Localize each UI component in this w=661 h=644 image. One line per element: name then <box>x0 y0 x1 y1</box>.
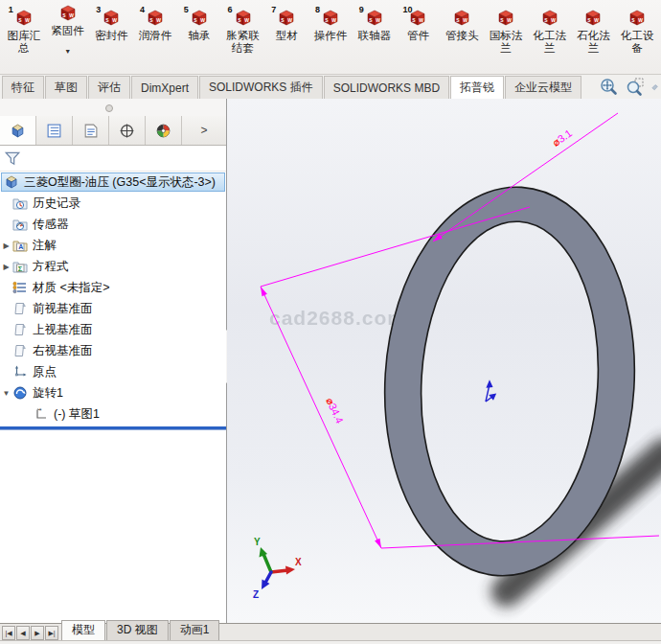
ribbon-tab[interactable]: 拓普锐 <box>450 76 504 99</box>
tab-configurationmanager[interactable] <box>73 116 109 145</box>
toolbar-item-label: 联轴器 <box>357 30 391 42</box>
tree-item[interactable]: 传感器 <box>0 214 226 235</box>
toolbar-item[interactable]: 4 SW 润滑件 <box>133 3 177 42</box>
tab-featuremanager[interactable] <box>0 116 36 145</box>
toolbar-item[interactable]: 6 SW 胀紧联结套 <box>221 3 265 55</box>
keytip-number: 4 <box>140 5 145 14</box>
svg-text:*: * <box>39 406 42 415</box>
toolbar-item[interactable]: SW 紧固件 ▼ <box>46 3 90 55</box>
nav-button[interactable]: |◀ <box>2 626 15 640</box>
tree-item[interactable]: 原点 <box>0 361 226 382</box>
tree-item[interactable]: ▶ A 注解 <box>0 235 226 256</box>
nav-button[interactable]: ▶| <box>45 626 58 640</box>
bottom-tab[interactable]: 3D 视图 <box>106 620 169 640</box>
toolbar-item[interactable]: 1 SW 图库汇总 <box>2 3 46 55</box>
toolbar-item-label: 密封件 <box>95 30 128 42</box>
tree-item[interactable]: ▼ 旋转1 <box>0 382 226 403</box>
tree-root-item[interactable]: 三菱O型圈-油压 (G35<显示状态-3>) <box>1 172 225 192</box>
view-settings-icon[interactable] <box>651 78 659 97</box>
svg-text:W: W <box>287 17 292 23</box>
tree-item[interactable]: 右视基准面 <box>0 340 226 361</box>
toolbar-item[interactable]: 7 SW 型材 <box>264 3 308 42</box>
keytip-number: 6 <box>228 5 233 14</box>
sensors-icon <box>12 217 29 232</box>
swcube-icon: 3 SW <box>103 10 120 27</box>
ribbon-tab[interactable]: DimXpert <box>131 76 198 99</box>
bottom-tab[interactable]: 模型 <box>61 620 105 640</box>
toolbar-item[interactable]: SW 化工法兰 <box>528 3 572 55</box>
color-wheel-icon <box>155 123 171 139</box>
sketch-icon: * <box>34 406 50 422</box>
swcube-icon: SW <box>59 5 77 22</box>
panel-collapse-handle[interactable] <box>105 104 113 112</box>
toolbar-item[interactable]: 3 SW 密封件 <box>89 3 133 42</box>
tree-item[interactable]: 材质 <未指定> <box>0 277 226 298</box>
tree-item[interactable]: * (-) 草图1 <box>0 403 226 425</box>
ribbon-tab-label: 评估 <box>98 80 121 96</box>
tab-displaymanager[interactable] <box>146 116 182 145</box>
part-icon <box>4 174 20 190</box>
tab-propertymanager[interactable] <box>36 116 73 145</box>
svg-text:W: W <box>463 17 467 23</box>
toolbar-item[interactable]: SW 石化法兰 <box>572 3 616 55</box>
tree-item[interactable]: 历史记录 <box>0 193 226 214</box>
equations-icon: Σ <box>12 259 29 274</box>
plane-icon <box>12 343 29 358</box>
dimension-small[interactable]: ⌀3.1 <box>550 127 574 149</box>
swcube-icon: SW <box>541 10 558 27</box>
svg-text:W: W <box>551 17 556 23</box>
toolbar-item[interactable]: 10 SW 管件 <box>397 3 441 42</box>
tree-item[interactable]: 前视基准面 <box>0 298 226 319</box>
rollback-bar[interactable] <box>0 426 226 429</box>
swcube-icon: 5 SW <box>191 10 208 27</box>
annotations-icon: A <box>12 238 29 253</box>
nav-button-glyph: ▶ <box>34 630 39 636</box>
swcube-icon: 8 SW <box>322 10 339 27</box>
toolbar-item-label: 管件 <box>407 30 429 42</box>
expand-arrow-icon[interactable]: ▶ <box>0 242 12 250</box>
bottom-tab[interactable]: 动画1 <box>170 620 220 640</box>
ribbon-tab[interactable]: SOLIDWORKS MBD <box>324 76 449 99</box>
dropdown-caret-icon[interactable]: ▼ <box>64 48 71 55</box>
ribbon-tab[interactable]: 企业云模型 <box>505 76 581 99</box>
zoom-fit-icon[interactable] <box>600 78 619 97</box>
dim-arrow <box>261 287 267 296</box>
tree-item[interactable]: 上视基准面 <box>0 319 226 340</box>
tab-dimxpertmanager[interactable] <box>109 116 146 145</box>
toolbar-item-label: 胀紧联结套 <box>226 30 260 55</box>
ribbon-tab-label: 草图 <box>55 80 78 96</box>
expand-arrow-icon[interactable]: ▼ <box>0 389 12 398</box>
toolbar-item[interactable]: 8 SW 操作件 <box>308 3 353 42</box>
triad-y-label: Y <box>254 537 261 547</box>
nav-button-glyph: ▶| <box>48 630 55 636</box>
keytip-number: 3 <box>96 5 101 14</box>
toolbar-item-label: 化工设备 <box>621 30 654 55</box>
zoom-area-icon[interactable] <box>626 78 645 97</box>
graphics-viewport[interactable]: cad2688.com ⌀3.1 ⌀34.4 <box>227 99 661 623</box>
ribbon-tab[interactable]: SOLIDWORKS 插件 <box>199 76 323 99</box>
filter-funnel-icon[interactable] <box>4 150 21 167</box>
ribbon-tab[interactable]: 评估 <box>88 76 130 99</box>
nav-button[interactable]: ▶ <box>31 626 44 640</box>
toolbar-item[interactable]: SW 管接头 <box>440 3 484 42</box>
nav-button[interactable]: ◀ <box>16 626 30 640</box>
ribbon-tab-label: 企业云模型 <box>514 80 572 96</box>
keytip-number: 5 <box>184 5 189 14</box>
svg-text:W: W <box>420 17 424 23</box>
expand-arrow-icon[interactable]: ▶ <box>0 263 12 271</box>
feature-tree: 三菱O型圈-油压 (G35<显示状态-3>) 历史记录 传感器 ▶ A 注解 <box>0 172 226 429</box>
tree-item-label: 前视基准面 <box>33 301 93 317</box>
ribbon-tab[interactable]: 草图 <box>45 76 87 99</box>
svg-text:W: W <box>376 17 380 23</box>
tree-item[interactable]: ▶ Σ 方程式 <box>0 256 226 277</box>
dimension-large[interactable]: ⌀34.4 <box>324 396 346 425</box>
toolbar-item[interactable]: 5 SW 轴承 <box>177 3 221 42</box>
bottom-tab-label: 3D 视图 <box>117 623 158 636</box>
toolbar-item[interactable]: SW 国标法兰 <box>484 3 528 55</box>
ribbon-tab[interactable]: 特征 <box>2 76 44 99</box>
toolbar-item[interactable]: 9 SW 联轴器 <box>353 3 397 42</box>
part-icon <box>10 123 26 139</box>
panel-expand-chevron[interactable]: > <box>182 116 226 145</box>
toolbar-item[interactable]: SW 化工设备 <box>615 3 659 55</box>
tree-root-label: 三菱O型圈-油压 (G35<显示状态-3>) <box>24 174 216 191</box>
